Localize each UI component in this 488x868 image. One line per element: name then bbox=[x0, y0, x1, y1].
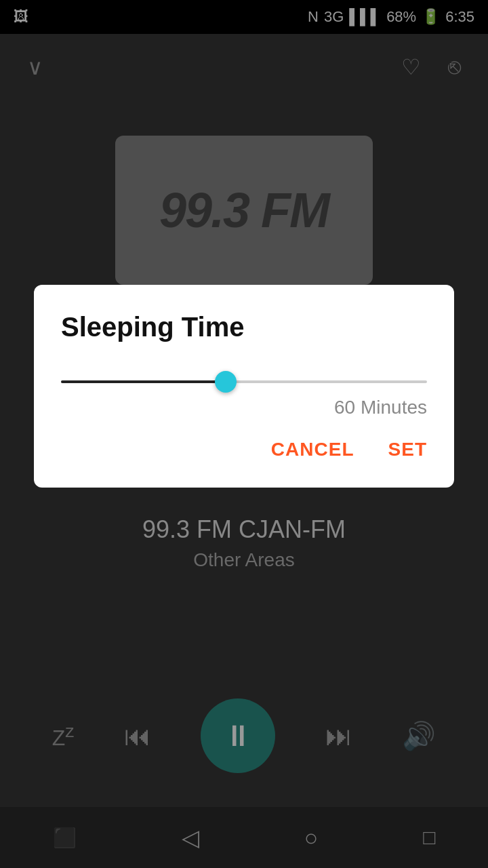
dialog-overlay: Sleeping Time 60 Minutes CANCEL SET bbox=[0, 0, 488, 868]
cancel-button[interactable]: CANCEL bbox=[271, 432, 354, 467]
dialog-actions: CANCEL SET bbox=[61, 432, 427, 467]
slider-value-label: 60 Minutes bbox=[61, 397, 427, 418]
slider-track-filled bbox=[61, 380, 226, 383]
sleep-timer-slider-container[interactable] bbox=[61, 370, 427, 394]
slider-thumb[interactable] bbox=[215, 371, 237, 393]
set-button[interactable]: SET bbox=[388, 432, 427, 467]
dialog-title: Sleeping Time bbox=[61, 312, 427, 342]
sleeping-time-dialog: Sleeping Time 60 Minutes CANCEL SET bbox=[34, 285, 454, 488]
